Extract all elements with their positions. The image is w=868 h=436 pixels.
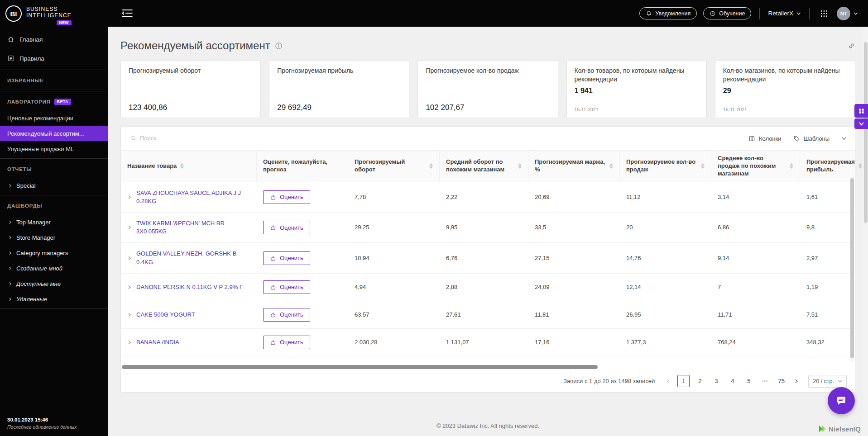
cell-sales: 14,76 (620, 243, 711, 273)
page-scrollbar[interactable] (863, 27, 868, 436)
page-size-select[interactable]: 20 / стр. (808, 375, 847, 388)
sidebar-item-special[interactable]: Special (0, 178, 108, 193)
column-header-avg-turnover[interactable]: Средний оборот по похожим магазинам (440, 151, 528, 182)
menu-fold-icon (121, 9, 133, 18)
sort-icon[interactable] (429, 163, 433, 169)
row-expand-icon[interactable] (127, 340, 132, 345)
cell-margin: 33,5 (528, 213, 620, 242)
sidebar-divider (0, 70, 108, 70)
product-link[interactable]: TWIX KARML'&PECHN' MCH BR 3X0.055KG (136, 219, 249, 236)
sidebar-item-recommended-assortment[interactable]: Рекомендуемый ассортим... (0, 126, 108, 141)
row-expand-icon[interactable] (127, 225, 132, 230)
rate-button[interactable]: Оценить (263, 221, 310, 234)
rate-button[interactable]: Оценить (263, 190, 310, 204)
sidebar-collapse-button[interactable] (121, 9, 133, 19)
rate-button[interactable]: Оценить (263, 308, 310, 322)
column-header-avg-sales[interactable]: Среднее кол-во продаж по похожим магазин… (711, 151, 800, 182)
sort-icon[interactable] (790, 163, 793, 169)
sidebar-item-store-manager[interactable]: Store Manager (0, 230, 108, 245)
chevron-right-icon (8, 220, 12, 224)
share-link-icon[interactable] (848, 42, 855, 50)
page-ellipsis[interactable]: ••• (759, 375, 771, 387)
column-header-label: Прогнозируемое кол-во продаж (626, 158, 697, 174)
collapse-float-button[interactable] (854, 118, 868, 129)
column-header-forecast-turnover[interactable]: Прогнозируемый оборот (348, 151, 440, 182)
row-expand-icon[interactable] (127, 313, 132, 317)
column-header-forecast-profit[interactable]: Прогнозируемая прибыль (800, 151, 855, 182)
scrollbar-thumb[interactable] (122, 365, 598, 369)
table-vertical-scrollbar[interactable] (850, 176, 854, 362)
next-page-button[interactable] (791, 376, 801, 386)
row-expand-icon[interactable] (127, 195, 132, 199)
columns-button[interactable]: Колонки (748, 135, 782, 142)
product-link[interactable]: GOLDEN VALLEY NEZH. GORSHK B 0.4KG (136, 250, 249, 266)
sort-icon[interactable] (518, 163, 522, 169)
prev-page-button[interactable] (663, 376, 673, 386)
sidebar-item-category-managers[interactable]: Category managers (0, 245, 108, 261)
stat-value: 29 692,49 (277, 103, 401, 112)
page-button-2[interactable]: 2 (694, 375, 706, 387)
page-button-5[interactable]: 5 (743, 375, 755, 387)
column-header-forecast-sales[interactable]: Прогнозируемое кол-во продаж (620, 151, 711, 182)
columns-label: Колонки (759, 135, 782, 142)
training-button[interactable]: Обучение (703, 7, 751, 19)
sidebar-item-price-recommendations[interactable]: Ценовые рекомендации (0, 110, 108, 126)
rate-button[interactable]: Оценить (263, 251, 310, 265)
rate-button[interactable]: Оценить (263, 280, 310, 294)
sidebar-item-home[interactable]: Главная (0, 30, 108, 49)
chevron-right-icon (8, 297, 12, 301)
user-menu[interactable]: NT (837, 7, 858, 20)
sidebar-item-available-to-me[interactable]: Доступные мне (0, 276, 108, 291)
sort-icon[interactable] (180, 163, 184, 169)
sort-icon[interactable] (701, 163, 705, 169)
scrollbar-thumb[interactable] (850, 178, 854, 358)
sidebar-item-created-by-me[interactable]: Созданные мной (0, 261, 108, 276)
product-link[interactable]: BANANA /INDIA (136, 338, 179, 346)
page-button-75[interactable]: 75 (775, 375, 787, 387)
sidebar-item-label: Top Manager (16, 219, 51, 226)
product-link[interactable]: CAKE 500G YOGURT (136, 311, 195, 319)
cell-avg-turnover: 9,95 (440, 213, 528, 242)
rate-button[interactable]: Оценить (263, 336, 310, 349)
training-label: Обучение (719, 10, 745, 17)
sidebar-section-favorites[interactable]: ИЗБРАННЫЕ (0, 72, 108, 89)
cell-margin: 25,58 (528, 356, 620, 363)
column-header-forecast-margin[interactable]: Прогнозируемая маржа, % (528, 151, 620, 182)
retailer-dropdown[interactable]: RetailerX (768, 10, 801, 17)
page-button-1[interactable]: 1 (677, 375, 690, 387)
info-icon[interactable] (275, 42, 283, 50)
column-header-label: Оцените, пожалуйста, прогноз (263, 158, 341, 174)
row-expand-icon[interactable] (127, 285, 132, 289)
stat-label: Кол-во товаров, по которым найдены реком… (575, 66, 699, 84)
apps-grid-button[interactable] (818, 7, 830, 20)
product-link[interactable]: DANONE PERSIK N 0.11KG V P 2.9% F (136, 283, 243, 291)
scrollbar-thumb[interactable] (864, 42, 868, 223)
sidebar-section-dashboards[interactable]: ДАШБОРДЫ (0, 197, 108, 214)
sidebar-item-top-manager[interactable]: Top Manager (0, 214, 108, 230)
stat-date: 15-11-2021 (723, 107, 847, 112)
sidebar-item-deleted[interactable]: Удаленные (0, 291, 108, 307)
page-button-4[interactable]: 4 (726, 375, 739, 387)
dashboard-float-button[interactable] (854, 104, 868, 118)
sidebar-item-rules[interactable]: Правила (0, 49, 108, 68)
column-header-product-name[interactable]: Название товара (121, 151, 257, 182)
row-expand-icon[interactable] (127, 256, 132, 261)
search-input[interactable] (140, 135, 233, 142)
notifications-button[interactable]: Уведомления (639, 7, 697, 19)
panel-chevron-down-icon[interactable] (841, 136, 847, 141)
sidebar-section-reports[interactable]: ОТЧЕТЫ (0, 161, 108, 178)
app-logo[interactable]: BI BUSINESS INTELLIGENCE NEW (0, 0, 108, 30)
tag-icon (793, 135, 800, 142)
product-link[interactable]: SAVA ZHGUCHAYA SAUCE ADJIKA J J 0.28KG (136, 189, 249, 205)
templates-button[interactable]: Шаблоны (793, 135, 830, 142)
table-horizontal-scrollbar[interactable] (122, 364, 854, 370)
sidebar-item-lost-sales-ml[interactable]: Упущенные продажи ML (0, 141, 108, 156)
stat-value: 29 (723, 87, 847, 95)
page-button-3[interactable]: 3 (710, 375, 722, 387)
chat-widget-button[interactable] (828, 387, 855, 414)
retailer-label: RetailerX (768, 10, 793, 17)
cell-turnover: 29,25 (348, 213, 440, 242)
sort-icon[interactable] (858, 163, 862, 169)
sidebar-section-laboratory[interactable]: ЛАБОРАТОРИЯ BETA (0, 93, 108, 110)
sort-icon[interactable] (609, 163, 613, 169)
